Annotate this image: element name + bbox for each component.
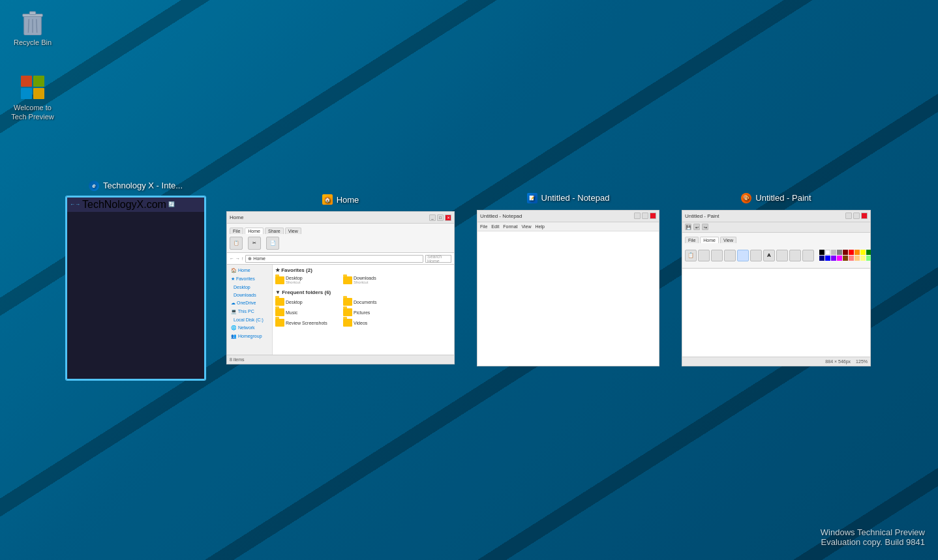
paint-ribbon-tabs: File Home View (682, 233, 870, 243)
paint-color-swatches (819, 250, 872, 261)
explorer-frequent-grid: Desktop Documents Music (275, 298, 451, 327)
paint-titlebar: Untitled - Paint (682, 211, 870, 222)
folder-desktop: Desktop Shortcut (275, 276, 340, 284)
folder-music: Music (275, 308, 340, 316)
paint-swatch-maroon (843, 250, 848, 255)
ie-thumbnail-frame[interactable]: ←→ TechNologyX.com 🔄 TECHNOLOGX (66, 196, 205, 380)
paint-statusbar: 884 × 546px 125% (682, 357, 870, 366)
explorer-sidebar-homegroup: 👥 Homegroup (230, 333, 269, 340)
paint-inner: Untitled - Paint 💾 ↩ ↪ (682, 211, 870, 366)
explorer-sidebar-thispc: 💻 This PC (230, 308, 269, 315)
paint-tools-group: 📋 A (685, 250, 814, 261)
paint-swatch-lightgreen (866, 256, 871, 261)
explorer-maximize-btn: □ (437, 214, 444, 221)
paint-swatch-lightred (849, 256, 854, 261)
folder-videos-icon (343, 319, 352, 327)
paint-qa-btn1: 💾 (685, 224, 691, 230)
folder-review-icon (275, 319, 284, 327)
paint-close-btn (861, 213, 868, 219)
explorer-titlebar: Home _ □ ✕ (227, 212, 454, 224)
paint-thumbnail-frame[interactable]: Untitled - Paint 💾 ↩ ↪ (680, 209, 872, 368)
watermark: Windows Technical Preview Evaluation cop… (821, 527, 925, 547)
explorer-thumbnail-content: Home _ □ ✕ File Home (226, 211, 455, 364)
notepad-window-title-text: Untitled - Notepad (541, 193, 610, 203)
explorer-search-field: Search Home (425, 255, 451, 263)
notepad-thumbnail-frame[interactable]: Untitled - Notepad File Edit Format V (476, 209, 661, 368)
explorer-ribbon-content: 📋 ✂ 📄 (227, 234, 454, 252)
notepad-menu-view: View (522, 224, 532, 229)
folder-downloads-detail: Shortcut (354, 280, 376, 284)
paint-ribbon-content: 📋 A (682, 243, 870, 268)
paint-tool-eraser (776, 250, 788, 261)
notepad-titlebar: Untitled - Notepad (477, 211, 659, 222)
notepad-menu-format: Format (503, 224, 517, 229)
paint-swatch-blue (825, 256, 830, 261)
paint-zoom-text: 125% (856, 359, 868, 364)
folder-downloads-name: Downloads (354, 276, 376, 280)
ie-address-field: TechNologyX.com (82, 199, 166, 211)
paint-tool-pencil (724, 250, 736, 261)
paint-dimensions-text: 884 × 546px (825, 359, 851, 364)
explorer-ribbon-btn1: 📋 (230, 237, 243, 250)
task-window-paint[interactable]: 🎨 Untitled - Paint Untitled - Paint (680, 193, 872, 368)
explorer-frequent-header: ▼ Frequent folders (6) (275, 289, 451, 295)
paint-tool-fill (750, 250, 762, 261)
explorer-window-title-text: Home (337, 195, 359, 205)
ie-app-icon: e (89, 181, 99, 191)
folder-videos-name: Videos (354, 321, 367, 325)
paint-swatch-silver (831, 250, 836, 255)
task-window-title-explorer: 🏠 Home (322, 194, 359, 205)
paint-swatch-purple (831, 256, 836, 261)
explorer-sidebar: 🏠 Home ★ Favorites Desktop Downloads ☁ O… (227, 265, 273, 355)
explorer-thumbnail-frame[interactable]: Home _ □ ✕ File Home (225, 210, 456, 366)
folder-pictures-name: Pictures (354, 310, 370, 315)
task-window-explorer[interactable]: 🏠 Home Home _ □ ✕ (225, 194, 456, 366)
task-window-title-paint: 🎨 Untitled - Paint (741, 193, 811, 203)
notepad-app-icon: 📝 (527, 193, 537, 203)
folder-pictures: Pictures (343, 308, 408, 316)
explorer-statusbar: 8 items (227, 355, 454, 364)
paint-tab-file: File (685, 237, 699, 243)
explorer-tab-file: File (230, 228, 243, 234)
explorer-sidebar-onedrive: ☁ OneDrive (230, 300, 269, 306)
paint-tool-brush (737, 250, 749, 261)
paint-minimize-btn (845, 213, 852, 219)
folder-review: Review Screenshots (275, 319, 340, 327)
paint-swatch-navy (819, 256, 825, 261)
explorer-address-field: ⊕ Home (245, 255, 423, 263)
paint-tool-clipboard: 📋 (685, 250, 697, 261)
notepad-text-area (477, 231, 659, 366)
notepad-menu-edit: Edit (491, 224, 499, 229)
task-window-title-notepad: 📝 Untitled - Notepad (527, 193, 610, 203)
folder-videos: Videos (343, 319, 408, 327)
explorer-sidebar-favorites: ★ Favorites (230, 276, 269, 282)
paint-swatch-orange (855, 250, 860, 255)
paint-ribbon: File Home View 📋 (682, 233, 870, 269)
folder-desktop-icon (275, 276, 284, 284)
notepad-inner: Untitled - Notepad File Edit Format V (477, 211, 659, 366)
notepad-thumbnail-content: Untitled - Notepad File Edit Format V (477, 210, 659, 366)
paint-swatch-yellow (860, 250, 866, 255)
paint-swatch-gray (837, 250, 842, 255)
folder-desktop-name: Desktop (286, 276, 303, 280)
folder-music-icon (275, 308, 284, 316)
explorer-body: 🏠 Home ★ Favorites Desktop Downloads ☁ O… (227, 265, 454, 355)
paint-tab-home: Home (700, 237, 719, 243)
notepad-maximize-btn (642, 213, 648, 219)
explorer-sidebar-network: 🌐 Network (230, 325, 269, 331)
task-window-ie[interactable]: e Technology X - Inte... ←→ TechNologyX.… (66, 181, 205, 380)
watermark-line1: Windows Technical Preview (821, 527, 925, 537)
paint-tool-select (711, 250, 723, 261)
explorer-close-btn: ✕ (445, 214, 451, 221)
notepad-close-btn (650, 213, 656, 219)
paint-swatch-lightorange (855, 256, 860, 261)
folder-desktop2-name: Desktop (286, 300, 303, 304)
task-switcher-overlay: e Technology X - Inte... ←→ TechNologyX.… (0, 0, 938, 560)
explorer-inner: Home _ □ ✕ File Home (227, 212, 454, 364)
paint-swatch-brown (843, 256, 848, 261)
folder-documents: Documents (343, 298, 408, 306)
explorer-sidebar-downloads: Downloads (230, 292, 269, 298)
paint-tool-text: A (763, 250, 775, 261)
task-window-notepad[interactable]: 📝 Untitled - Notepad Untitled - Notepad (476, 193, 661, 368)
notepad-menu-file: File (480, 224, 487, 229)
